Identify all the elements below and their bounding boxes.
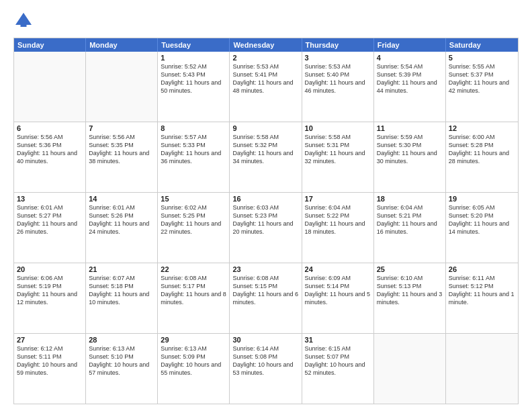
day-number: 5 [449,54,515,62]
calendar-cell: 18Sunrise: 6:04 AMSunset: 5:21 PMDayligh… [374,193,446,263]
day-number: 31 [305,336,371,344]
svg-rect-2 [21,22,27,28]
day-number: 4 [377,54,443,62]
cell-info: Sunrise: 5:52 AMSunset: 5:43 PMDaylight:… [161,62,226,95]
calendar-cell: 16Sunrise: 6:03 AMSunset: 5:23 PMDayligh… [230,193,302,263]
day-number: 18 [377,195,443,203]
calendar-cell: 20Sunrise: 6:06 AMSunset: 5:19 PMDayligh… [14,263,86,333]
calendar-cell: 9Sunrise: 5:58 AMSunset: 5:32 PMDaylight… [230,122,302,192]
cell-info: Sunrise: 6:13 AMSunset: 5:09 PMDaylight:… [161,345,226,377]
cell-info: Sunrise: 5:56 AMSunset: 5:36 PMDaylight:… [17,133,83,166]
calendar-cell [14,52,86,122]
calendar-cell: 3Sunrise: 5:53 AMSunset: 5:40 PMDaylight… [302,52,374,122]
day-number: 8 [161,124,226,132]
day-number: 24 [305,265,371,273]
day-number: 13 [17,195,83,203]
calendar-cell [446,334,518,404]
calendar-cell [86,52,158,122]
calendar-cell: 1Sunrise: 5:52 AMSunset: 5:43 PMDaylight… [158,52,230,122]
calendar-cell: 21Sunrise: 6:07 AMSunset: 5:18 PMDayligh… [86,263,158,333]
cell-info: Sunrise: 6:07 AMSunset: 5:18 PMDaylight:… [89,274,154,307]
cell-info: Sunrise: 6:00 AMSunset: 5:28 PMDaylight:… [449,133,515,166]
calendar-body: 1Sunrise: 5:52 AMSunset: 5:43 PMDaylight… [14,52,518,404]
calendar-cell: 17Sunrise: 6:04 AMSunset: 5:22 PMDayligh… [302,193,374,263]
calendar-cell: 11Sunrise: 5:59 AMSunset: 5:30 PMDayligh… [374,122,446,192]
day-number: 23 [232,265,298,273]
calendar-cell: 12Sunrise: 6:00 AMSunset: 5:28 PMDayligh… [446,122,518,192]
day-number: 2 [232,54,298,62]
page-header [13,11,519,31]
cell-info: Sunrise: 6:15 AMSunset: 5:07 PMDaylight:… [305,345,371,377]
calendar-cell: 7Sunrise: 5:56 AMSunset: 5:35 PMDaylight… [86,122,158,192]
cell-info: Sunrise: 6:10 AMSunset: 5:13 PMDaylight:… [377,274,443,307]
cell-info: Sunrise: 6:01 AMSunset: 5:26 PMDaylight:… [89,203,154,236]
calendar-cell: 31Sunrise: 6:15 AMSunset: 5:07 PMDayligh… [302,334,374,404]
weekday-header: Thursday [302,38,374,52]
cell-info: Sunrise: 5:53 AMSunset: 5:41 PMDaylight:… [232,62,298,95]
calendar-cell: 26Sunrise: 6:11 AMSunset: 5:12 PMDayligh… [446,263,518,333]
weekday-header: Monday [86,38,158,52]
calendar-row: 27Sunrise: 6:12 AMSunset: 5:11 PMDayligh… [14,333,518,404]
day-number: 22 [161,265,226,273]
cell-info: Sunrise: 6:04 AMSunset: 5:22 PMDaylight:… [305,203,371,236]
calendar-cell: 6Sunrise: 5:56 AMSunset: 5:36 PMDaylight… [14,122,86,192]
calendar-header: SundayMondayTuesdayWednesdayThursdayFrid… [14,38,518,52]
weekday-header: Wednesday [230,38,302,52]
day-number: 3 [305,54,371,62]
cell-info: Sunrise: 6:08 AMSunset: 5:15 PMDaylight:… [232,274,298,307]
cell-info: Sunrise: 5:59 AMSunset: 5:30 PMDaylight:… [377,133,443,166]
cell-info: Sunrise: 6:03 AMSunset: 5:23 PMDaylight:… [232,203,298,236]
calendar-cell: 28Sunrise: 6:13 AMSunset: 5:10 PMDayligh… [86,334,158,404]
cell-info: Sunrise: 6:13 AMSunset: 5:10 PMDaylight:… [89,345,154,377]
calendar-cell: 8Sunrise: 5:57 AMSunset: 5:33 PMDaylight… [158,122,230,192]
weekday-header: Tuesday [158,38,230,52]
day-number: 20 [17,265,83,273]
weekday-header: Saturday [446,38,518,52]
day-number: 7 [89,124,154,132]
logo-icon [13,11,34,31]
day-number: 11 [377,124,443,132]
day-number: 25 [377,265,443,273]
cell-info: Sunrise: 5:57 AMSunset: 5:33 PMDaylight:… [161,133,226,166]
day-number: 14 [89,195,154,203]
day-number: 15 [161,195,226,203]
day-number: 9 [232,124,298,132]
calendar-cell: 22Sunrise: 6:08 AMSunset: 5:17 PMDayligh… [158,263,230,333]
day-number: 1 [161,54,226,62]
cell-info: Sunrise: 5:56 AMSunset: 5:35 PMDaylight:… [89,133,154,166]
calendar-row: 13Sunrise: 6:01 AMSunset: 5:27 PMDayligh… [14,192,518,263]
day-number: 19 [449,195,515,203]
cell-info: Sunrise: 6:06 AMSunset: 5:19 PMDaylight:… [17,274,83,307]
calendar-cell: 13Sunrise: 6:01 AMSunset: 5:27 PMDayligh… [14,193,86,263]
calendar-page: SundayMondayTuesdayWednesdayThursdayFrid… [0,0,532,411]
calendar-cell: 19Sunrise: 6:05 AMSunset: 5:20 PMDayligh… [446,193,518,263]
cell-info: Sunrise: 6:04 AMSunset: 5:21 PMDaylight:… [377,203,443,236]
calendar-cell: 30Sunrise: 6:14 AMSunset: 5:08 PMDayligh… [230,334,302,404]
cell-info: Sunrise: 6:01 AMSunset: 5:27 PMDaylight:… [17,203,83,236]
weekday-header: Sunday [14,38,86,52]
cell-info: Sunrise: 5:54 AMSunset: 5:39 PMDaylight:… [377,62,443,95]
day-number: 28 [89,336,154,344]
day-number: 29 [161,336,226,344]
weekday-header: Friday [374,38,446,52]
cell-info: Sunrise: 6:11 AMSunset: 5:12 PMDaylight:… [449,274,515,307]
calendar-cell: 23Sunrise: 6:08 AMSunset: 5:15 PMDayligh… [230,263,302,333]
cell-info: Sunrise: 5:58 AMSunset: 5:31 PMDaylight:… [305,133,371,166]
cell-info: Sunrise: 6:14 AMSunset: 5:08 PMDaylight:… [232,345,298,377]
calendar-cell: 2Sunrise: 5:53 AMSunset: 5:41 PMDaylight… [230,52,302,122]
calendar-cell: 27Sunrise: 6:12 AMSunset: 5:11 PMDayligh… [14,334,86,404]
cell-info: Sunrise: 6:02 AMSunset: 5:25 PMDaylight:… [161,203,226,236]
cell-info: Sunrise: 6:12 AMSunset: 5:11 PMDaylight:… [17,345,83,377]
calendar-cell: 24Sunrise: 6:09 AMSunset: 5:14 PMDayligh… [302,263,374,333]
calendar-cell: 5Sunrise: 5:55 AMSunset: 5:37 PMDaylight… [446,52,518,122]
calendar-cell: 15Sunrise: 6:02 AMSunset: 5:25 PMDayligh… [158,193,230,263]
calendar-cell: 29Sunrise: 6:13 AMSunset: 5:09 PMDayligh… [158,334,230,404]
calendar-cell: 4Sunrise: 5:54 AMSunset: 5:39 PMDaylight… [374,52,446,122]
calendar-cell: 25Sunrise: 6:10 AMSunset: 5:13 PMDayligh… [374,263,446,333]
day-number: 16 [232,195,298,203]
calendar-cell [374,334,446,404]
day-number: 10 [305,124,371,132]
calendar-row: 6Sunrise: 5:56 AMSunset: 5:36 PMDaylight… [14,122,518,192]
day-number: 21 [89,265,154,273]
calendar-row: 20Sunrise: 6:06 AMSunset: 5:19 PMDayligh… [14,263,518,333]
